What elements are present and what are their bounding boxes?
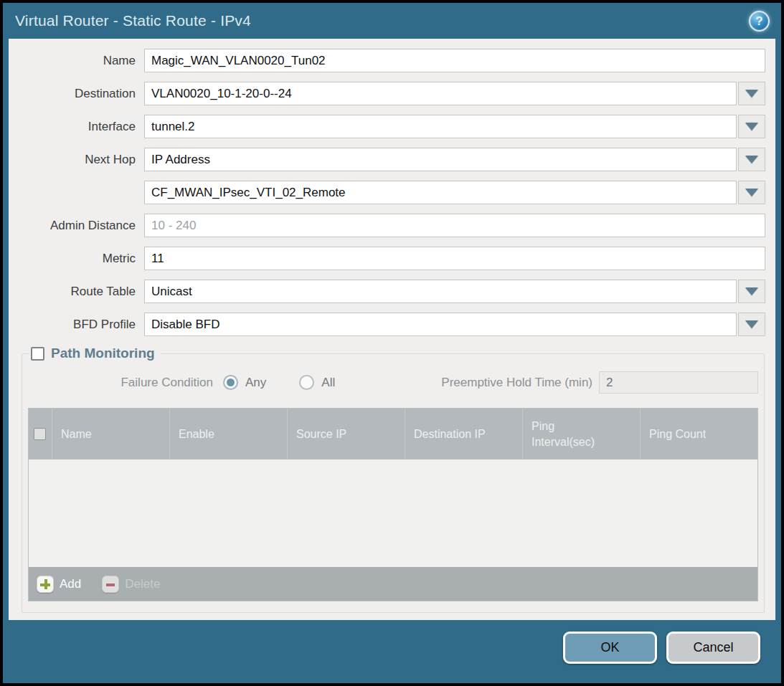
path-monitoring-section: Path Monitoring Failure Condition Any Al…	[22, 346, 765, 613]
next-hop-address-dropdown-button[interactable]	[738, 181, 765, 204]
name-field	[144, 49, 765, 72]
path-monitoring-checkbox[interactable]	[31, 347, 44, 361]
next-hop-type-input[interactable]	[144, 148, 737, 171]
bfd-profile-field	[144, 313, 765, 336]
plus-icon	[37, 576, 54, 593]
form-row-bfd-profile: BFD Profile	[9, 313, 765, 336]
chevron-down-icon	[745, 189, 758, 196]
table-header-destination-ip: Destination IP	[405, 409, 523, 459]
form-row-route-table: Route Table	[9, 280, 765, 303]
failure-all-label: All	[321, 376, 335, 390]
minus-icon	[102, 576, 119, 593]
chevron-down-icon	[745, 320, 758, 328]
failure-condition-label: Failure Condition	[28, 376, 213, 390]
route-table-dropdown-button[interactable]	[738, 280, 765, 303]
route-table-input[interactable]	[144, 280, 737, 303]
failure-any-label: Any	[245, 376, 266, 390]
path-monitoring-table: Name Enable Source IP Destination IP Pin	[28, 408, 758, 601]
bfd-profile-label: BFD Profile	[9, 318, 144, 332]
admin-distance-input[interactable]	[144, 214, 765, 237]
bfd-profile-input[interactable]	[144, 313, 737, 336]
form-row-destination: Destination	[9, 82, 765, 105]
metric-label: Metric	[9, 252, 144, 266]
help-icon[interactable]: ?	[749, 11, 770, 32]
table-body-empty	[29, 459, 757, 567]
dialog-title: Virtual Router - Static Route - IPv4	[15, 12, 251, 29]
table-header-ping-count: Ping Count	[641, 409, 757, 459]
failure-any-radio[interactable]	[223, 375, 238, 390]
table-header-source-ip: Source IP	[288, 409, 405, 459]
interface-dropdown-button[interactable]	[738, 115, 765, 138]
static-route-dialog: Virtual Router - Static Route - IPv4 ? N…	[0, 0, 784, 686]
failure-all-radio[interactable]	[299, 375, 314, 390]
destination-label: Destination	[9, 87, 144, 101]
next-hop-type-dropdown-button[interactable]	[738, 148, 765, 171]
path-monitoring-title: Path Monitoring	[51, 346, 155, 361]
table-header-checkbox-cell	[29, 409, 52, 459]
destination-field	[144, 82, 765, 105]
route-table-field	[144, 280, 765, 303]
add-button-label: Add	[60, 577, 81, 591]
name-label: Name	[9, 54, 144, 68]
next-hop-type-field	[144, 148, 765, 171]
form-row-next-hop: Next Hop	[9, 148, 765, 171]
form-row-name: Name	[9, 49, 765, 72]
add-button[interactable]: Add	[37, 576, 81, 593]
chevron-down-icon	[745, 287, 758, 295]
route-table-label: Route Table	[9, 285, 144, 299]
admin-distance-field	[144, 214, 765, 237]
chevron-down-icon	[745, 156, 758, 163]
metric-field	[144, 247, 765, 270]
bfd-profile-dropdown-button[interactable]	[738, 313, 765, 336]
failure-condition-row: Failure Condition Any All Preemptive Hol…	[28, 371, 758, 394]
dialog-content: Name Destination Interface	[9, 39, 775, 620]
form-row-metric: Metric	[9, 247, 765, 270]
select-all-checkbox[interactable]	[34, 428, 46, 440]
dialog-titlebar: Virtual Router - Static Route - IPv4 ?	[3, 3, 781, 39]
name-input[interactable]	[144, 49, 765, 72]
chevron-down-icon	[745, 90, 758, 97]
ok-button[interactable]: OK	[563, 632, 657, 664]
table-header-name: Name	[52, 409, 170, 459]
table-header-enable: Enable	[170, 409, 288, 459]
next-hop-address-field	[144, 181, 765, 204]
delete-button-label: Delete	[125, 577, 160, 591]
interface-field	[144, 115, 765, 138]
chevron-down-icon	[745, 123, 758, 130]
admin-distance-label: Admin Distance	[9, 219, 144, 233]
preemptive-hold-time-input[interactable]	[599, 371, 758, 394]
table-header-row: Name Enable Source IP Destination IP Pin	[29, 409, 757, 459]
destination-input[interactable]	[144, 82, 737, 105]
destination-dropdown-button[interactable]	[738, 82, 765, 105]
question-mark-glyph: ?	[755, 15, 762, 27]
metric-input[interactable]	[144, 247, 765, 270]
dialog-frame: Virtual Router - Static Route - IPv4 ? N…	[3, 3, 781, 683]
form-row-admin-distance: Admin Distance	[9, 214, 765, 237]
path-monitoring-legend: Path Monitoring	[29, 346, 161, 361]
interface-label: Interface	[9, 120, 144, 134]
table-header-ping-interval: Ping Interval(sec)	[523, 409, 641, 459]
form-row-interface: Interface	[9, 115, 765, 138]
dialog-footer: OK Cancel	[3, 620, 781, 683]
preemptive-hold-time-label: Preemptive Hold Time (min)	[441, 376, 592, 390]
cancel-button[interactable]: Cancel	[666, 632, 760, 664]
form-row-next-hop-address	[9, 181, 765, 204]
next-hop-label: Next Hop	[9, 153, 144, 167]
table-toolbar: Add Delete	[29, 567, 757, 601]
delete-button[interactable]: Delete	[102, 576, 160, 593]
next-hop-address-input[interactable]	[144, 181, 737, 204]
interface-input[interactable]	[144, 115, 737, 138]
